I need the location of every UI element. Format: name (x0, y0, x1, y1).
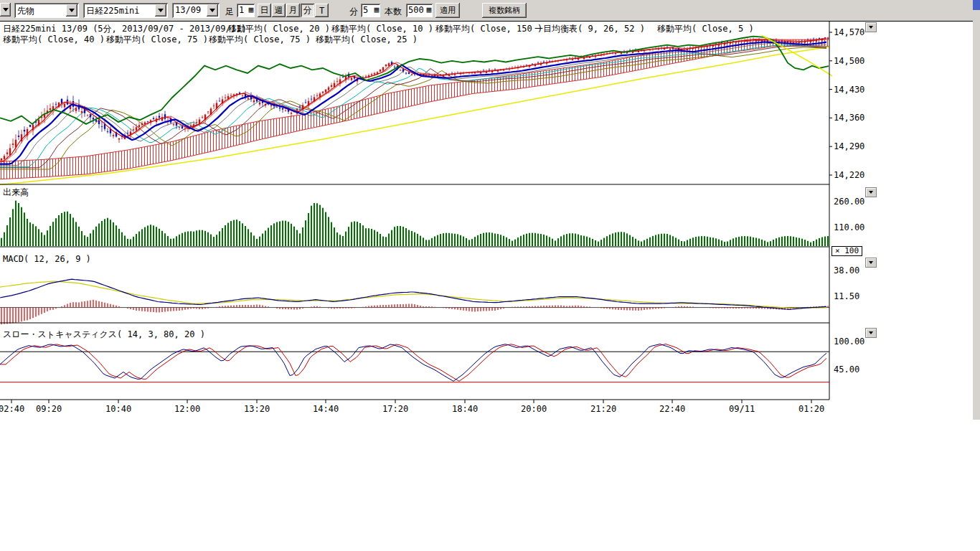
volume-panel-dropdown-button[interactable] (865, 187, 877, 197)
bar-type-label: 足 (225, 6, 234, 18)
legend-item: 移動平均( Close, 40 ) (3, 34, 105, 46)
bar-count-input[interactable]: 500 ▦ (406, 4, 433, 17)
symbol-value: 日経225mini (86, 5, 140, 17)
day-multiplier-input[interactable]: 1 ▦ (237, 4, 255, 17)
multi-symbol-button[interactable]: 複数銘柄 (482, 3, 527, 18)
vertical-scrollbar[interactable] (973, 0, 980, 420)
timeframe-day-button[interactable]: 日 (258, 4, 271, 17)
symbol-combobox[interactable]: 日経225mini (83, 3, 168, 18)
timeframe-month-button[interactable]: 月 (286, 4, 300, 17)
instrument-type-combobox[interactable]: 先物 (14, 3, 79, 18)
legend-item: 移動平均( Close, 25 ) (316, 34, 418, 46)
macd-panel-dropdown-button[interactable] (865, 258, 877, 268)
volume-multiplier-badge: × 100 (831, 246, 862, 256)
legend-item: 一目均衡表( 9, 26, 52 ) (534, 23, 645, 35)
bar-count-value: 500 (408, 5, 424, 15)
legend-item: 移動平均( Close, 150 ) (435, 23, 542, 35)
chevron-down-icon (869, 26, 873, 29)
numpad-icon[interactable]: ▦ (374, 5, 379, 14)
instrument-type-value: 先物 (17, 5, 34, 17)
chevron-down-icon (869, 191, 873, 194)
corner-dropdown-arrow-icon[interactable] (0, 3, 11, 17)
day-multiplier-value: 1 (239, 5, 244, 15)
numpad-icon[interactable]: ▦ (426, 5, 431, 14)
stoch-panel-dropdown-button[interactable] (865, 328, 877, 338)
chevron-down-icon (869, 331, 873, 334)
chevron-down-icon[interactable] (155, 4, 166, 17)
bar-count-label: 本数 (385, 6, 402, 18)
volume-panel-label: 出来高 (3, 187, 29, 199)
contract-month-value: 13/09 (175, 5, 201, 15)
chevron-down-icon[interactable] (66, 4, 77, 17)
price-panel-dropdown-button[interactable] (865, 22, 877, 32)
chevron-down-icon (869, 261, 873, 264)
stoch-panel-label: スロー・ストキャスティクス( 14, 3, 80, 20 ) (3, 329, 205, 341)
numpad-icon[interactable]: ▦ (248, 5, 253, 14)
toolbar: 先物 日経225mini 13/09 足 1 ▦ 日 週 月 分 T 分 5 ▦… (0, 0, 973, 22)
timeframe-minute-button[interactable]: 分 (301, 4, 314, 17)
minute-interval-label: 分 (349, 6, 358, 18)
contract-month-combobox[interactable]: 13/09 (172, 3, 220, 18)
apply-button[interactable]: 適用 (435, 3, 460, 18)
chevron-down-icon[interactable] (207, 4, 218, 17)
macd-panel-label: MACD( 12, 26, 9 ) (3, 254, 91, 264)
legend-item: 移動平均( Close, 75 ) (106, 34, 208, 46)
minute-interval-input[interactable]: 5 ▦ (361, 4, 380, 17)
chevron-down-icon (3, 8, 9, 11)
legend-item: 移動平均( Close, 5 ) (657, 23, 754, 35)
scrollbar-thumb[interactable] (973, 0, 980, 10)
chart-plot[interactable] (0, 0, 973, 423)
minute-interval-value: 5 (363, 5, 368, 15)
timeframe-tick-button[interactable]: T (315, 4, 329, 17)
timeframe-week-button[interactable]: 週 (272, 4, 286, 17)
legend-item: 移動平均( Close, 75 ) (209, 34, 311, 46)
